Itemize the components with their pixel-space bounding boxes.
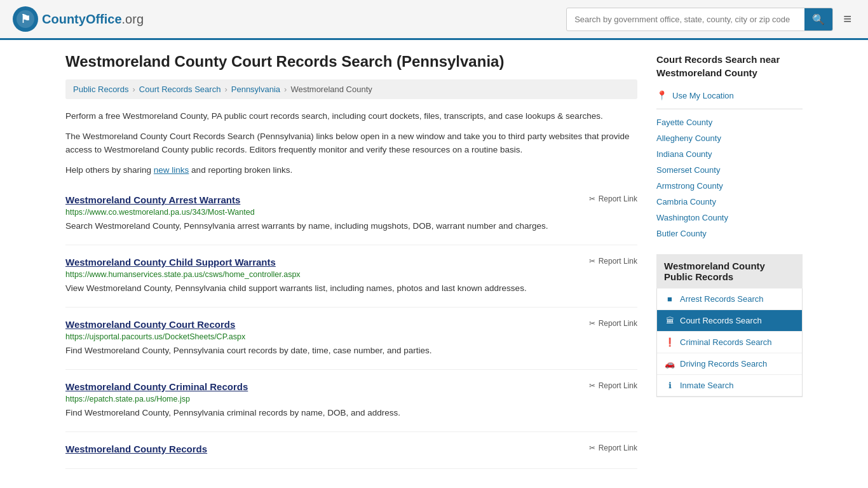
main-container: Westmoreland County Court Records Search… <box>53 40 815 482</box>
sidebar-link-indiana[interactable]: Indiana County <box>656 146 803 162</box>
result-title[interactable]: Westmoreland County Criminal Records <box>65 381 248 392</box>
criminal-records-icon: ❗ <box>665 337 675 347</box>
logo-text: CountyOffice.org <box>42 12 144 27</box>
sidebar-pubrecords-section: Westmoreland County Public Records ■ Arr… <box>656 254 803 397</box>
intro-paragraph-1: Perform a free Westmoreland County, PA p… <box>65 109 637 123</box>
pub-records-title: Westmoreland County Public Records <box>656 254 803 288</box>
location-icon: 📍 <box>656 90 667 100</box>
sidebar-link-washington[interactable]: Washington County <box>656 210 803 226</box>
logo-area[interactable]: ⚑ CountyOffice.org <box>13 6 144 32</box>
sidebar-link-fayette[interactable]: Fayette County <box>656 114 803 130</box>
result-header: Westmoreland County Criminal Records ✂ R… <box>65 381 637 392</box>
pub-records-item-arrest[interactable]: ■ Arrest Records Search <box>657 288 802 310</box>
pub-records-item-driving[interactable]: 🚗 Driving Records Search <box>657 353 802 375</box>
results-list: Westmoreland County Arrest Warrants ✂ Re… <box>65 183 637 469</box>
breadcrumb-current: Westmoreland County <box>290 85 372 94</box>
pub-records-list: ■ Arrest Records Search 🏛 Court Records … <box>656 288 803 397</box>
result-title[interactable]: Westmoreland County Records <box>65 444 207 454</box>
result-desc: View Westmoreland County, Pennsylvania c… <box>65 282 637 295</box>
sidebar-link-armstrong[interactable]: Armstrong County <box>656 178 803 194</box>
result-url[interactable]: https://ujsportal.pacourts.us/DocketShee… <box>65 332 637 341</box>
sidebar-nearby-section: Court Records Search near Westmoreland C… <box>656 53 803 241</box>
report-link[interactable]: ✂ Report Link <box>589 194 637 203</box>
sidebar-link-somerset[interactable]: Somerset County <box>656 162 803 178</box>
result-title[interactable]: Westmoreland County Child Support Warran… <box>65 257 276 268</box>
result-item: Westmoreland County Arrest Warrants ✂ Re… <box>65 183 637 245</box>
inmate-search-icon: ℹ <box>665 381 675 390</box>
result-header: Westmoreland County Court Records ✂ Repo… <box>65 319 637 330</box>
result-header: Westmoreland County Child Support Warran… <box>65 257 637 268</box>
result-header: Westmoreland County Arrest Warrants ✂ Re… <box>65 194 637 205</box>
driving-records-icon: 🚗 <box>665 359 675 369</box>
result-title[interactable]: Westmoreland County Court Records <box>65 319 235 330</box>
pub-records-item-court[interactable]: 🏛 Court Records Search <box>657 310 802 332</box>
header: ⚑ CountyOffice.org 🔍 ≡ <box>0 0 868 40</box>
pub-records-item-inmate[interactable]: ℹ Inmate Search <box>657 375 802 396</box>
result-item: Westmoreland County Criminal Records ✂ R… <box>65 370 637 432</box>
breadcrumb-pennsylvania[interactable]: Pennsylvania <box>231 85 280 94</box>
sidebar-divider <box>656 109 803 109</box>
hamburger-menu-icon[interactable]: ≡ <box>839 7 855 31</box>
sidebar-link-allegheny[interactable]: Allegheny County <box>656 130 803 146</box>
breadcrumb: Public Records › Court Records Search › … <box>65 79 637 99</box>
search-bar: 🔍 <box>566 8 833 31</box>
breadcrumb-public-records[interactable]: Public Records <box>73 85 128 94</box>
search-button[interactable]: 🔍 <box>804 8 832 30</box>
scissors-icon: ✂ <box>589 194 595 203</box>
new-links-link[interactable]: new links <box>154 165 189 175</box>
result-desc: Find Westmoreland County, Pennsylvania c… <box>65 407 637 420</box>
pub-records-item-criminal[interactable]: ❗ Criminal Records Search <box>657 332 802 353</box>
scissors-icon: ✂ <box>589 319 595 328</box>
result-title[interactable]: Westmoreland County Arrest Warrants <box>65 194 240 205</box>
result-desc: Find Westmoreland County, Pennsylvania c… <box>65 344 637 358</box>
result-url[interactable]: https://www.humanservices.state.pa.us/cs… <box>65 270 637 279</box>
intro-paragraph-3: Help others by sharing new links and rep… <box>65 163 637 177</box>
result-url[interactable]: https://www.co.westmoreland.pa.us/343/Mo… <box>65 208 637 217</box>
report-link[interactable]: ✂ Report Link <box>589 444 637 452</box>
use-my-location-link[interactable]: 📍 Use My Location <box>656 87 803 104</box>
sidebar-link-butler[interactable]: Butler County <box>656 226 803 241</box>
content-area: Westmoreland County Court Records Search… <box>65 53 637 469</box>
report-link[interactable]: ✂ Report Link <box>589 257 637 266</box>
result-item: Westmoreland County Records ✂ Report Lin… <box>65 432 637 469</box>
sidebar-link-cambria[interactable]: Cambria County <box>656 194 803 210</box>
header-right: 🔍 ≡ <box>566 7 855 31</box>
arrest-records-icon: ■ <box>665 294 675 304</box>
scissors-icon: ✂ <box>589 257 595 266</box>
scissors-icon: ✂ <box>589 444 595 452</box>
result-url[interactable]: https://epatch.state.pa.us/Home.jsp <box>65 395 637 403</box>
report-link[interactable]: ✂ Report Link <box>589 381 637 390</box>
search-input[interactable] <box>567 10 804 29</box>
scissors-icon: ✂ <box>589 381 595 390</box>
sidebar-nearby-title: Court Records Search near Westmoreland C… <box>656 53 803 79</box>
page-title: Westmoreland County Court Records Search… <box>65 53 637 71</box>
svg-text:⚑: ⚑ <box>20 13 31 25</box>
court-records-icon: 🏛 <box>665 316 675 325</box>
intro-paragraph-2: The Westmoreland County Court Records Se… <box>65 130 637 157</box>
logo-icon: ⚑ <box>13 6 38 32</box>
result-desc: Search Westmoreland County, Pennsylvania… <box>65 220 637 233</box>
report-link[interactable]: ✂ Report Link <box>589 319 637 328</box>
sidebar: Court Records Search near Westmoreland C… <box>656 53 803 469</box>
result-item: Westmoreland County Court Records ✂ Repo… <box>65 308 637 370</box>
result-header: Westmoreland County Records ✂ Report Lin… <box>65 444 637 454</box>
result-item: Westmoreland County Child Support Warran… <box>65 245 637 308</box>
breadcrumb-court-records-search[interactable]: Court Records Search <box>139 85 221 94</box>
